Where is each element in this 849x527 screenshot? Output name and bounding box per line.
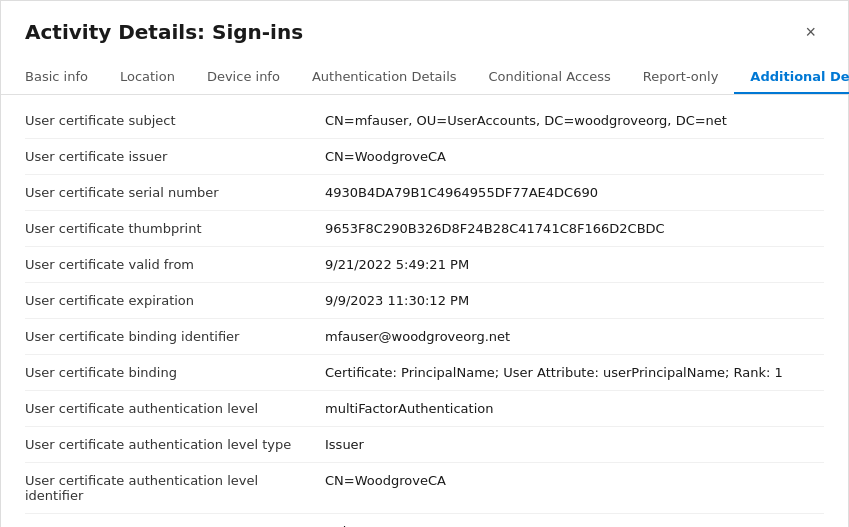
- details-table: User certificate subjectCN=mfauser, OU=U…: [25, 103, 824, 527]
- close-button[interactable]: ×: [797, 19, 824, 45]
- row-value: 9653F8C290B326D8F24B28C41741C8F166D2CBDC: [325, 211, 824, 247]
- table-row: User certificate valid from9/21/2022 5:4…: [25, 247, 824, 283]
- row-label: User certificate authentication level ty…: [25, 427, 325, 463]
- row-value: 4930B4DA79B1C4964955DF77AE4DC690: [325, 175, 824, 211]
- row-label: User certificate binding: [25, 355, 325, 391]
- table-row: User certificate thumbprint9653F8C290B32…: [25, 211, 824, 247]
- tab-conditional-access[interactable]: Conditional Access: [473, 61, 627, 94]
- row-label: Root Key Type: [25, 514, 325, 528]
- tab-location[interactable]: Location: [104, 61, 191, 94]
- row-label: User certificate serial number: [25, 175, 325, 211]
- row-value: mfauser@woodgroveorg.net: [325, 319, 824, 355]
- row-value: CN=WoodgroveCA: [325, 463, 824, 514]
- table-row: User certificate binding identifiermfaus…: [25, 319, 824, 355]
- row-label: User certificate expiration: [25, 283, 325, 319]
- tab-authentication-details[interactable]: Authentication Details: [296, 61, 473, 94]
- dialog-header: Activity Details: Sign-ins ×: [1, 1, 848, 45]
- table-row: User certificate authentication levelmul…: [25, 391, 824, 427]
- row-label: User certificate binding identifier: [25, 319, 325, 355]
- row-value: CN=mfauser, OU=UserAccounts, DC=woodgrov…: [325, 103, 824, 139]
- row-value: multiFactorAuthentication: [325, 391, 824, 427]
- row-label: User certificate subject: [25, 103, 325, 139]
- activity-details-dialog: Activity Details: Sign-ins × Basic infoL…: [0, 0, 849, 527]
- row-value: Certificate: PrincipalName; User Attribu…: [325, 355, 824, 391]
- table-row: User certificate bindingCertificate: Pri…: [25, 355, 824, 391]
- row-value: Issuer: [325, 427, 824, 463]
- content-area: User certificate subjectCN=mfauser, OU=U…: [1, 95, 848, 527]
- tab-basic-info[interactable]: Basic info: [25, 61, 104, 94]
- table-row: User certificate authentication level id…: [25, 463, 824, 514]
- tab-device-info[interactable]: Device info: [191, 61, 296, 94]
- row-label: User certificate thumbprint: [25, 211, 325, 247]
- row-value: 9/21/2022 5:49:21 PM: [325, 247, 824, 283]
- row-value: CN=WoodgroveCA: [325, 139, 824, 175]
- row-label: User certificate issuer: [25, 139, 325, 175]
- table-row: User certificate authentication level ty…: [25, 427, 824, 463]
- table-row: User certificate subjectCN=mfauser, OU=U…: [25, 103, 824, 139]
- row-label: User certificate authentication level id…: [25, 463, 325, 514]
- table-row: User certificate expiration9/9/2023 11:3…: [25, 283, 824, 319]
- row-label: User certificate authentication level: [25, 391, 325, 427]
- row-value: 9/9/2023 11:30:12 PM: [325, 283, 824, 319]
- table-row: User certificate issuerCN=WoodgroveCA: [25, 139, 824, 175]
- row-label: User certificate valid from: [25, 247, 325, 283]
- table-row: User certificate serial number4930B4DA79…: [25, 175, 824, 211]
- dialog-title: Activity Details: Sign-ins: [25, 20, 303, 44]
- tab-bar: Basic infoLocationDevice infoAuthenticat…: [1, 45, 848, 95]
- table-row: Root Key TypeUnknown: [25, 514, 824, 528]
- tab-report-only[interactable]: Report-only: [627, 61, 735, 94]
- tab-additional-details[interactable]: Additional Details: [734, 61, 849, 94]
- row-value: Unknown: [325, 514, 824, 528]
